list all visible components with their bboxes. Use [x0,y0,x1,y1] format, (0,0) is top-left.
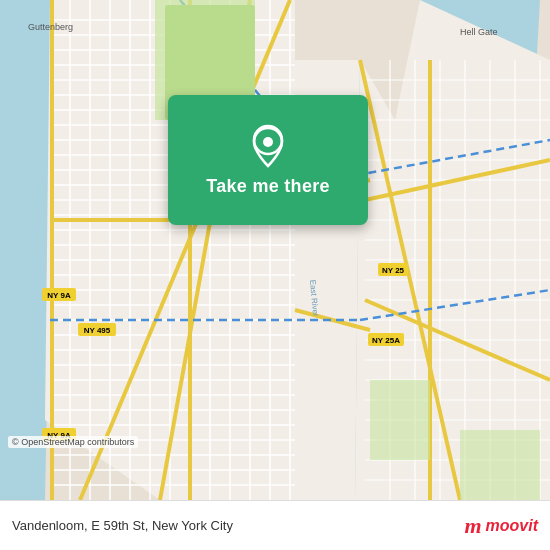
moovit-wordmark: moovit [486,517,538,535]
moovit-m-letter: m [464,513,481,539]
svg-text:Hell Gate: Hell Gate [460,27,498,37]
svg-text:NY 9A: NY 9A [47,291,71,300]
map-container: NY 9A NY 9A NY 495 NY 25 NY 25A Guttenbe… [0,0,550,500]
bottom-bar: Vandenloom, E 59th St, New York City m m… [0,500,550,550]
svg-text:NY 25A: NY 25A [372,336,400,345]
take-me-there-button[interactable]: Take me there [168,95,368,225]
location-pin-icon [246,124,290,168]
svg-rect-96 [370,380,430,460]
map-svg: NY 9A NY 9A NY 495 NY 25 NY 25A Guttenbe… [0,0,550,500]
svg-point-112 [263,137,273,147]
svg-text:NY 495: NY 495 [84,326,111,335]
location-label: Vandenloom, E 59th St, New York City [12,518,233,533]
map-attribution: © OpenStreetMap contributors [8,436,138,448]
moovit-logo: m moovit [464,513,538,539]
svg-text:Guttenberg: Guttenberg [28,22,73,32]
take-me-there-label: Take me there [206,176,330,197]
svg-text:NY 25: NY 25 [382,266,405,275]
svg-rect-97 [460,430,540,500]
